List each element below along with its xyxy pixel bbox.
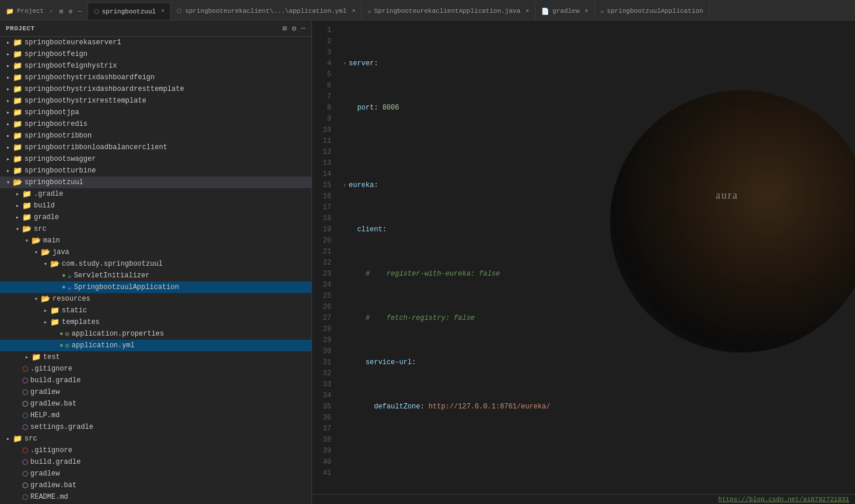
folder-icon-redis: 📁	[13, 119, 22, 129]
code-line-4: ▾ eureka:	[338, 180, 855, 191]
tree-item-servlet-initializer[interactable]: ● ☕ ServletInitializer	[0, 270, 311, 281]
gradle-icon-root: ⬡	[22, 458, 28, 467]
gradlew-icon-root: ⬡	[22, 470, 28, 478]
tree-item-gradlew-bat[interactable]: ⬡ gradlew.bat	[0, 398, 311, 410]
java-app-icon: ☕	[68, 283, 72, 292]
arrow-zuul	[3, 179, 13, 186]
arrow-src	[13, 225, 22, 232]
collapse-all-icon[interactable]: ⊞	[283, 24, 288, 33]
folder-icon-feign: 📁	[13, 50, 22, 59]
tree-item-gradlew-bat-root[interactable]: ⬡ gradlew.bat	[0, 480, 311, 491]
tab-gradlew[interactable]: 📄 gradlew ×	[535, 2, 594, 20]
tree-item-gitignore-zuul[interactable]: ⬡ .gitignore	[0, 363, 311, 375]
git-icon-root: ⬡	[22, 446, 28, 455]
arrow-resources	[31, 295, 41, 302]
tree-item-build-gradle[interactable]: ⬡ build.gradle	[0, 375, 311, 386]
arrow-test	[22, 354, 31, 361]
folder-icon: 📁	[6, 8, 14, 15]
tree-item-turbine[interactable]: 📁 springbootturbine	[0, 165, 311, 177]
tree-item-templates[interactable]: 📁 templates	[0, 316, 311, 328]
tree-item-redis[interactable]: 📁 springbootredis	[0, 118, 311, 130]
yml-file-icon: ⚙	[65, 341, 69, 350]
tree-item-feignhystrix[interactable]: 📁 springbootfeignhystrix	[0, 60, 311, 72]
md-icon: ⬡	[22, 411, 28, 420]
tree-item-src-top[interactable]: 📁 src	[0, 433, 311, 445]
green-dot-props: ●	[59, 330, 64, 337]
java-icon-2: ☕	[601, 8, 604, 15]
editor-area: 12345 678910 1112131415 1617181920 21222…	[312, 20, 855, 504]
arrow-package	[41, 260, 50, 267]
tree-item-hystrixdashboardresttemplate[interactable]: 📁 springboothystrixdashboardresttemplate	[0, 83, 311, 95]
arrow-static	[41, 307, 50, 314]
tree-item-build[interactable]: 📁 build	[0, 200, 311, 212]
readme-icon: ⬡	[22, 493, 28, 502]
arrow-templates	[41, 319, 50, 326]
tab-close-4-icon[interactable]: ×	[585, 8, 588, 15]
tree-item-hystrixresttemplate[interactable]: 📁 springboothystrixresttemplate	[0, 95, 311, 107]
folder-icon-templates: 📁	[50, 318, 59, 327]
tab-project[interactable]: 📁 Project ▾ ⊞ ⚙ —	[0, 2, 88, 20]
code-container[interactable]: 12345 678910 1112131415 1617181920 21222…	[312, 20, 855, 494]
tree-item-zuul-application[interactable]: ● ☕ SpringbootzuulApplication	[0, 281, 311, 293]
tree-item-ribbon[interactable]: 📁 springbootribbon	[0, 130, 311, 142]
tree-item-gradlew-root[interactable]: ⬡ gradlew	[0, 468, 311, 480]
tree-item-static[interactable]: 📁 static	[0, 305, 311, 316]
arrow-ribbonlb	[3, 144, 13, 151]
folder-icon-jpa: 📁	[13, 108, 22, 117]
arrow-redis	[3, 121, 13, 128]
tree-item-build-gradle-root[interactable]: ⬡ build.gradle	[0, 456, 311, 468]
tree-item-feign[interactable]: 📁 springbootfeign	[0, 48, 311, 60]
tree-item-test[interactable]: 📁 test	[0, 351, 311, 363]
arrow-jpa	[3, 109, 13, 116]
tab-close-icon[interactable]: ×	[161, 8, 164, 15]
minimize-icon[interactable]: —	[301, 24, 306, 33]
arrow-feignhystrix	[3, 62, 13, 69]
tree-item-main[interactable]: 📂 main	[0, 235, 311, 246]
tab-eureka-yml[interactable]: ⬡ springbooteurekaclient\...\application…	[171, 2, 362, 20]
tree-item-resources[interactable]: 📂 resources	[0, 293, 311, 305]
arrow-hystrixdashboardfeign	[3, 74, 13, 81]
tree-item-src[interactable]: 📂 src	[0, 223, 311, 235]
tree-item-gradlew[interactable]: ⬡ gradlew	[0, 386, 311, 398]
tree-item-readme[interactable]: ⬡ README.md	[0, 491, 311, 503]
tree-item-app-properties[interactable]: ● ⚙ application.properties	[0, 328, 311, 340]
folder-icon-package: 📂	[50, 259, 59, 269]
arrow-swagger	[3, 156, 13, 163]
tree-item-java[interactable]: 📂 java	[0, 246, 311, 258]
tree-item-swagger[interactable]: 📁 springbootswagger	[0, 153, 311, 165]
arrow-eurekaserver	[3, 39, 13, 46]
tree-item-jpa[interactable]: 📁 springbootjpa	[0, 107, 311, 118]
tree-item-hystrixdashboardfeign[interactable]: 📁 springboothystrixdashboardfeign	[0, 72, 311, 83]
tree-item-gradle-folder[interactable]: 📁 gradle	[0, 212, 311, 223]
arrow-java	[31, 249, 41, 256]
tab-close-2-icon[interactable]: ×	[352, 8, 355, 15]
tab-application-yml[interactable]: ⬡ springbootzuul ×	[88, 2, 171, 20]
settings-icon[interactable]: ⚙	[292, 24, 296, 33]
arrow-hystrixdashboardresttemplate	[3, 86, 13, 93]
bat-icon: ⬡	[22, 400, 28, 408]
tree-item-gradle[interactable]: 📁 .gradle	[0, 188, 311, 200]
folder-icon-src-top: 📁	[13, 434, 22, 443]
fold-1[interactable]: ▾	[341, 58, 349, 69]
tab-java-application[interactable]: ☕ SpringbooteurekaclientApplication.java…	[362, 2, 535, 20]
tree-item-ribbonlb[interactable]: 📁 springbootribbonloadbalancerclient	[0, 142, 311, 153]
arrow-hystrixresttemplate	[3, 97, 13, 104]
tree-item-gitignore-root[interactable]: ⬡ .gitignore	[0, 445, 311, 456]
yml-icon: ⬡	[94, 8, 99, 15]
blog-url[interactable]: https://blog.csdn.net/a18792721831	[719, 496, 849, 503]
folder-icon-turbine: 📁	[13, 166, 22, 175]
folder-icon-ribbonlb: 📁	[13, 143, 22, 152]
tree-item-help[interactable]: ⬡ HELP.md	[0, 410, 311, 421]
tree-item-eurekaserver[interactable]: 📁 springbooteurekaserver1	[0, 37, 311, 48]
tree-item-app-yml[interactable]: ● ⚙ application.yml	[0, 340, 311, 351]
code-line-9: defaultZone: http://127.0.0.1:8761/eurek…	[338, 401, 855, 413]
tab-zuul-application[interactable]: ☕ springbootzuulApplication	[595, 2, 710, 20]
java-file-icon: ☕	[68, 272, 72, 280]
fold-4[interactable]: ▾	[341, 180, 349, 191]
tab-close-3-icon[interactable]: ×	[525, 8, 529, 15]
tree-item-package[interactable]: 📂 com.study.springbootzuul	[0, 258, 311, 270]
code-editor[interactable]: ▾ server: port: 8006 ▾ eureka:	[338, 20, 855, 494]
tree-item-zuul[interactable]: 📂 springbootzuul	[0, 177, 311, 188]
tree-item-settings-gradle[interactable]: ⬡ settings.gradle	[0, 421, 311, 433]
sidebar-title: Project	[6, 25, 35, 32]
